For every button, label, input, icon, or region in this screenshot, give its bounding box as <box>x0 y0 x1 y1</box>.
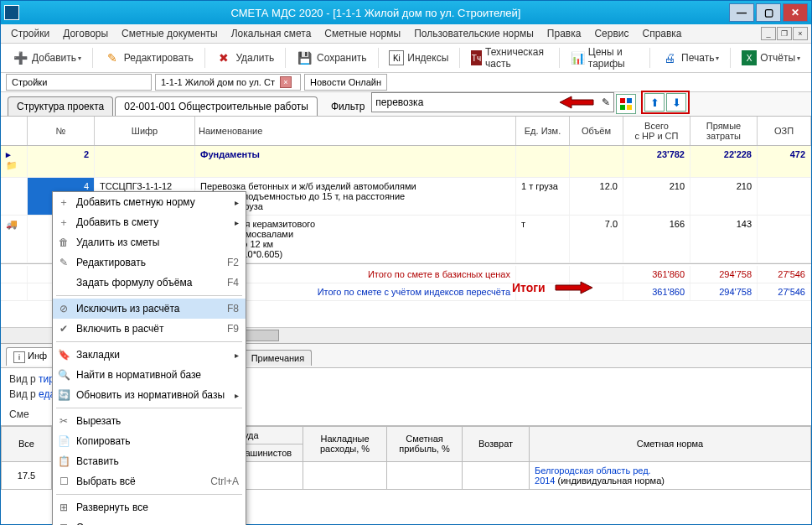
menu-item[interactable]: Справка <box>635 26 688 41</box>
ctx-formula[interactable]: Задать формулу объёмаF4 <box>53 273 246 293</box>
close-button[interactable]: ✕ <box>783 3 808 22</box>
menu-item[interactable]: Локальная смета <box>225 26 318 41</box>
pencil-icon: ✎ <box>56 256 71 269</box>
ctx-paste[interactable]: 📋Вставить <box>53 451 246 471</box>
menu-item[interactable]: Стройки <box>4 26 56 41</box>
menu-item[interactable]: Договоры <box>56 26 115 41</box>
tab-notes[interactable]: Примечания <box>244 350 313 366</box>
paste-icon: 📋 <box>56 455 71 468</box>
palette-button[interactable] <box>616 94 636 114</box>
prices-button[interactable]: 📊Цены и тарифы <box>565 43 645 73</box>
reports-button[interactable]: XОтчёты▾ <box>736 47 806 69</box>
save-button[interactable]: 💾Сохранить <box>291 46 373 70</box>
col-unit[interactable]: Ед. Изм. <box>516 117 570 145</box>
menu-item[interactable]: Пользовательские нормы <box>407 26 540 41</box>
col-vol[interactable]: Объём <box>570 117 623 145</box>
tree-toggle[interactable]: ▸📁 <box>1 146 28 177</box>
select-all-icon: ☐ <box>56 475 71 488</box>
ctx-bookmarks[interactable]: 🔖Закладки▸ <box>53 345 246 365</box>
ctx-copy[interactable]: 📄Копировать <box>53 431 246 451</box>
minimize-button[interactable]: — <box>729 3 754 22</box>
ctx-refresh[interactable]: 🔄Обновить из нормативной базы▸ <box>53 385 246 405</box>
section-row[interactable]: ▸📁 2 Фундаменты 23'782 22'228 472 <box>1 146 811 178</box>
menu-item[interactable]: Правка <box>540 26 588 41</box>
add-button[interactable]: ➕Добавить▾ <box>6 46 87 70</box>
printer-icon: 🖨 <box>661 49 678 66</box>
col-total[interactable]: Всего с НР и СП <box>623 117 690 145</box>
tab-info[interactable]: iИнф <box>6 347 54 365</box>
col-name[interactable]: Наименование <box>195 117 516 145</box>
include-icon: ✔ <box>56 322 71 335</box>
ctx-add-estimate[interactable]: ＋Добавить в смету▸ <box>53 212 246 232</box>
context-menu: ＋Добавить сметную норму▸ ＋Добавить в сме… <box>52 191 246 525</box>
toolbar: ➕Добавить▾ ✎Редактировать ✖Удалить 💾Сохр… <box>1 44 811 73</box>
ctx-edit[interactable]: ✎РедактироватьF2 <box>53 252 246 273</box>
maximize-button[interactable]: ▢ <box>756 3 781 22</box>
tab-works[interactable]: 02-001-001 Общестроительные работы <box>115 96 318 116</box>
edit-button[interactable]: ✎Редактировать <box>98 46 199 70</box>
col-no[interactable]: № <box>28 117 95 145</box>
ctx-select-all[interactable]: ☐Выбрать всёCtrl+A <box>53 471 246 491</box>
ctx-delete[interactable]: 🗑Удалить из сметы <box>53 232 246 252</box>
delete-icon: ✖ <box>215 49 232 66</box>
plus-icon: ＋ <box>56 195 71 209</box>
col-ozp[interactable]: ОЗП <box>758 117 811 145</box>
ctx-expand-all[interactable]: ⊞Развернуть все <box>53 497 246 517</box>
col-code[interactable]: Шифр <box>95 117 195 145</box>
delete-button[interactable]: ✖Удалить <box>209 46 280 70</box>
ctx-collapse-all[interactable]: ⊟Свернуть все <box>53 517 246 525</box>
copy-icon: 📄 <box>56 434 71 448</box>
nav-arrows-highlight: ⬆ ⬇ <box>641 91 690 114</box>
svg-rect-1 <box>620 98 625 103</box>
menu-item[interactable]: Сметные документы <box>115 26 225 41</box>
annotation-arrow-icon <box>560 95 597 110</box>
bookmark-icon: 🔖 <box>56 348 71 361</box>
filter-input[interactable]: перевозка ✎ <box>371 92 614 112</box>
mdi-restore-button[interactable]: ❐ <box>777 27 792 40</box>
cell-norm[interactable]: Белгородская область ред. 2014 (индивиду… <box>530 461 811 489</box>
col-tree <box>1 117 28 145</box>
close-tab-icon[interactable]: × <box>280 76 292 88</box>
excel-icon: X <box>742 50 757 65</box>
tech-button[interactable]: ТчТехническая часть <box>465 43 554 73</box>
breadcrumb-root[interactable]: Стройки <box>6 74 152 91</box>
tab-structure[interactable]: Структура проекта <box>8 96 113 116</box>
ctx-exclude[interactable]: ⊘Исключить из расчётаF8 <box>53 299 246 319</box>
print-button[interactable]: 🖨Печать▾ <box>655 46 725 70</box>
th-profit: Сметная прибыль, % <box>387 426 463 461</box>
svg-marker-0 <box>560 96 593 108</box>
ctx-include[interactable]: ✔Включить в расчётF9 <box>53 319 246 339</box>
col-direct[interactable]: Прямые затраты <box>690 117 758 145</box>
expand-icon: ⊞ <box>56 501 71 514</box>
formula-icon <box>56 276 71 289</box>
filter-next-button[interactable]: ⬇ <box>666 93 686 112</box>
trash-icon: 🗑 <box>56 236 71 249</box>
breadcrumb-news[interactable]: Новости Онлайн <box>304 74 387 91</box>
svg-rect-4 <box>627 105 632 110</box>
grid-header: № Шифр Наименование Ед. Изм. Объём Всего… <box>1 117 811 146</box>
app-icon <box>4 5 19 20</box>
mdi-close-button[interactable]: × <box>793 27 808 40</box>
mdi-minimize-button[interactable]: _ <box>761 27 776 40</box>
cut-icon: ✂ <box>56 414 71 428</box>
folder-icon: 📁 <box>6 160 19 174</box>
pencil-icon: ✎ <box>104 49 121 66</box>
breadcrumb-doc[interactable]: 1-1-1 Жилой дом по ул. Ст× <box>155 74 301 91</box>
ctx-cut[interactable]: ✂Вырезать <box>53 411 246 431</box>
th-total: Все <box>2 426 52 461</box>
chart-icon: 📊 <box>571 49 585 66</box>
svg-marker-5 <box>556 282 592 294</box>
ctx-add-norm[interactable]: ＋Добавить сметную норму▸ <box>53 192 246 212</box>
window-title: СМЕТА МДС 2020 - [1-1-1 Жилой дом по ул.… <box>24 7 727 19</box>
filter-label: Фильтр <box>331 101 365 112</box>
index-button[interactable]: KiИндексы <box>383 47 454 69</box>
save-icon: 💾 <box>297 49 313 66</box>
menu-item[interactable]: Сервис <box>587 26 635 41</box>
refresh-icon: 🔄 <box>56 388 71 402</box>
menubar: Стройки Договоры Сметные документы Локал… <box>1 24 811 44</box>
breadcrumb-bar: Стройки 1-1-1 Жилой дом по ул. Ст× Новос… <box>1 73 811 92</box>
ctx-find[interactable]: 🔍Найти в нормативной базе <box>53 365 246 385</box>
app-window: СМЕТА МДС 2020 - [1-1-1 Жилой дом по ул.… <box>0 0 812 525</box>
filter-prev-button[interactable]: ⬆ <box>644 93 665 112</box>
menu-item[interactable]: Сметные нормы <box>318 26 407 41</box>
